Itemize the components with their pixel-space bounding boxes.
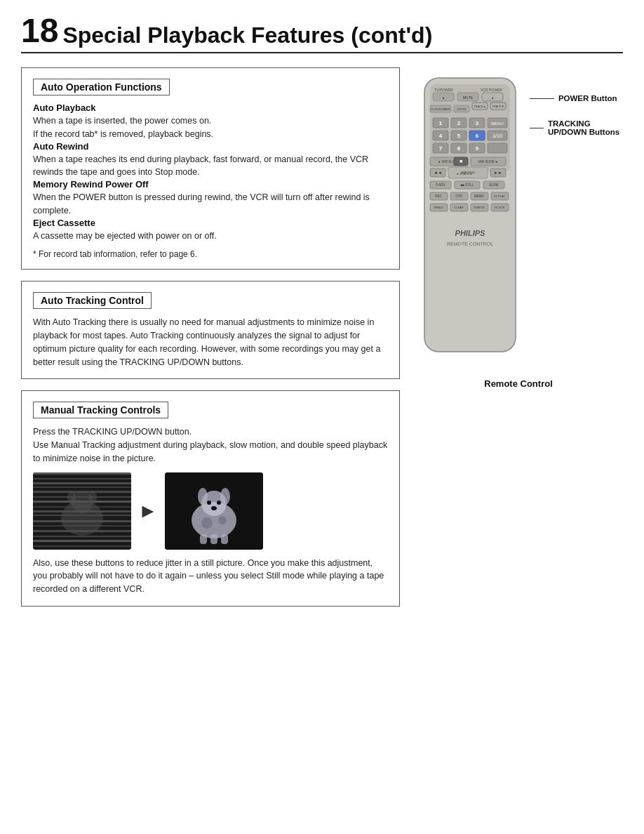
svg-text:STATUS: STATUS [474, 206, 485, 209]
svg-text:OTR: OTR [455, 194, 462, 198]
memory-rewind-text: When the POWER button is pressed during … [33, 191, 388, 218]
svg-text:F.ADV: F.ADV [436, 183, 445, 187]
tracking-annotation: TRACKING UP/DOWN Buttons [530, 119, 619, 136]
svg-text:1/10: 1/10 [492, 133, 502, 138]
auto-rewind-heading: Auto Rewind [33, 141, 388, 152]
svg-text:SLOW: SLOW [489, 183, 499, 187]
page: 18 Special Playback Features (cont'd) Au… [0, 0, 644, 834]
power-annotation: POWER Button [530, 94, 619, 102]
svg-text:CLOCK/TIMER: CLOCK/TIMER [431, 107, 450, 111]
svg-point-24 [198, 488, 208, 505]
svg-text:GO/TO: GO/TO [457, 107, 466, 111]
left-column: Auto Operation Functions Auto Playback W… [21, 67, 400, 607]
power-annotation-line [530, 98, 554, 99]
svg-text:TRACK▲: TRACK▲ [474, 105, 486, 108]
power-label: POWER Button [558, 94, 617, 102]
remote-caption: Remote Control [484, 378, 553, 389]
eject-cassette-heading: Eject Cassette [33, 218, 388, 228]
page-header: 18 Special Playback Features (cont'd) [21, 14, 623, 53]
remote-control: TV/POWER VCR POWER ● ● MUTE CLOC [417, 74, 523, 371]
svg-point-20 [88, 491, 97, 505]
eject-cassette-section: Eject Cassette A cassette may be ejected… [33, 218, 388, 243]
svg-text:TV-VCR: TV-VCR [495, 206, 505, 209]
arrow-icon: ► [138, 500, 158, 522]
svg-text:MENU: MENU [491, 121, 504, 126]
svg-text:SPEED: SPEED [434, 206, 443, 209]
svg-text:2: 2 [457, 120, 461, 126]
auto-playback-text: When a tape is inserted, the power comes… [33, 114, 388, 141]
svg-rect-31 [221, 534, 228, 544]
svg-text:PHILIPS: PHILIPS [455, 229, 485, 237]
remote-annotations: POWER Button TRACKING UP/DOWN Buttons [530, 74, 619, 136]
svg-rect-14 [33, 536, 131, 537]
tracking-label: TRACKING UP/DOWN Buttons [548, 119, 619, 136]
svg-text:VCR POWER: VCR POWER [481, 88, 502, 92]
svg-point-19 [67, 491, 76, 505]
main-layout: Auto Operation Functions Auto Playback W… [21, 67, 623, 607]
svg-text:●: ● [442, 95, 444, 100]
tracking-label-line1: TRACKING [548, 119, 619, 128]
svg-text:■: ■ [459, 159, 462, 164]
svg-text:TRACK▼: TRACK▼ [492, 105, 504, 108]
svg-point-32 [201, 517, 213, 529]
svg-point-25 [220, 488, 230, 505]
svg-rect-16 [33, 545, 131, 547]
svg-rect-1 [33, 472, 131, 475]
svg-rect-3 [33, 482, 131, 484]
page-title: Special Playback Features (cont'd) [62, 23, 432, 48]
svg-rect-2 [33, 478, 131, 479]
svg-text:◄◄: ◄◄ [434, 171, 442, 175]
auto-operation-title: Auto Operation Functions [33, 79, 170, 95]
page-number: 18 [21, 14, 58, 48]
svg-text:8: 8 [457, 145, 461, 152]
auto-tracking-box: Auto Tracking Control With Auto Tracking… [21, 281, 400, 379]
manual-tracking-intro: Press the TRACKING UP/DOWN button.Use Ma… [33, 425, 388, 465]
auto-tracking-text: With Auto Tracking there is usually no n… [33, 316, 388, 369]
footnote: * For record tab information, refer to p… [33, 249, 388, 259]
svg-text:6: 6 [476, 133, 479, 139]
clear-image [165, 472, 263, 550]
remote-area: TV/POWER VCR POWER ● ● MUTE CLOC [417, 74, 619, 371]
svg-text:REC: REC [435, 194, 442, 198]
tracking-images: ► [33, 472, 388, 550]
svg-text:4: 4 [439, 133, 443, 139]
svg-text:TRACKING: TRACKING [461, 171, 476, 174]
svg-text:1: 1 [439, 120, 443, 126]
manual-tracking-bottom: Also, use these buttons to reduce jitter… [33, 557, 388, 596]
svg-text:MEMO: MEMO [474, 194, 484, 198]
svg-text:7: 7 [439, 145, 443, 152]
svg-text:5: 5 [457, 133, 461, 139]
svg-rect-4 [33, 486, 131, 488]
svg-text:9: 9 [476, 145, 479, 152]
svg-point-28 [211, 506, 217, 510]
memory-rewind-section: Memory Rewind Power Off When the POWER b… [33, 179, 388, 218]
svg-text:VAR SLOW ►: VAR SLOW ► [478, 160, 498, 164]
svg-rect-15 [33, 540, 131, 542]
eject-cassette-text: A cassette may be ejected with power on … [33, 230, 388, 243]
svg-text:●: ● [491, 95, 493, 100]
tracking-annotation-line [530, 128, 544, 128]
svg-text:REMOTE CONTROL: REMOTE CONTROL [447, 241, 493, 246]
svg-point-27 [217, 501, 221, 505]
manual-tracking-title: Manual Tracking Controls [33, 402, 168, 418]
svg-text:■■ STILL: ■■ STILL [461, 183, 474, 187]
svg-rect-29 [200, 534, 207, 544]
auto-rewind-section: Auto Rewind When a tape reaches its end … [33, 141, 388, 180]
svg-text:X2 PLAY: X2 PLAY [494, 194, 505, 198]
auto-operation-box: Auto Operation Functions Auto Playback W… [21, 67, 400, 270]
auto-playback-section: Auto Playback When a tape is inserted, t… [33, 102, 388, 141]
svg-text:MUTE: MUTE [463, 95, 474, 100]
svg-text:3: 3 [476, 120, 479, 126]
tracking-label-line2: UP/DOWN Buttons [548, 128, 619, 136]
svg-rect-76 [488, 143, 507, 153]
auto-tracking-title: Auto Tracking Control [33, 292, 152, 309]
svg-text:TV/POWER: TV/POWER [434, 88, 453, 92]
svg-point-33 [218, 516, 227, 524]
noisy-image [33, 472, 131, 550]
svg-text:►►: ►► [494, 171, 502, 175]
memory-rewind-heading: Memory Rewind Power Off [33, 179, 388, 190]
auto-playback-heading: Auto Playback [33, 102, 388, 113]
svg-text:CLEAR: CLEAR [454, 206, 463, 209]
right-column: TV/POWER VCR POWER ● ● MUTE CLOC [414, 67, 623, 607]
svg-point-26 [207, 501, 211, 505]
